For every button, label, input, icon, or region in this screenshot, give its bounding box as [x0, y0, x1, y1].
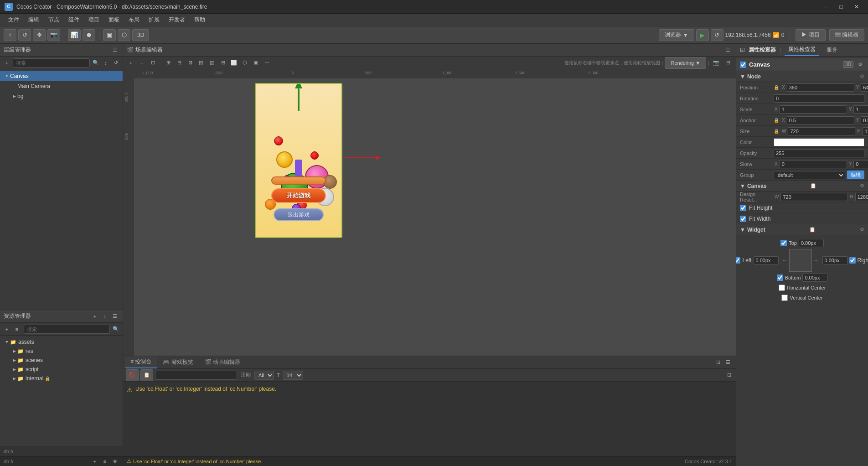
tool-stats[interactable]: 📊	[68, 29, 81, 41]
scene-tb-1[interactable]: ⊞	[163, 58, 173, 67]
scale-y-input[interactable]	[853, 105, 868, 114]
assets-search[interactable]	[24, 325, 110, 334]
tab-animation[interactable]: 🎬 动画编辑器	[199, 357, 246, 368]
close-button[interactable]: ✕	[850, 2, 863, 11]
editor-button[interactable]: ▤ 编辑器	[829, 29, 864, 41]
inspector-checkbox[interactable]: ☑	[740, 47, 745, 53]
hierarchy-sort-icon[interactable]: ↕	[102, 59, 110, 67]
tool-hex[interactable]: ⬡	[118, 29, 130, 41]
status-icon-3[interactable]: 👁	[111, 457, 119, 466]
tree-item-maincamera[interactable]: Main Camera	[0, 81, 123, 91]
right-checkbox[interactable]	[849, 257, 856, 264]
tool-camera[interactable]: 📷	[47, 29, 60, 41]
status-icon-2[interactable]: ≡	[101, 457, 109, 466]
color-swatch[interactable]	[774, 138, 864, 146]
scene-tb-5[interactable]: ▥	[207, 58, 217, 67]
inspector-tab-service[interactable]: 服务	[823, 44, 841, 56]
left-value[interactable]	[754, 256, 779, 264]
menu-file[interactable]: 文件	[4, 14, 24, 26]
scene-tb-9[interactable]: ▣	[251, 58, 261, 67]
console-fontsize-select[interactable]: 14	[283, 371, 303, 380]
console-scroll-icon[interactable]: ⊡	[725, 371, 733, 379]
exit-game-button[interactable]: 退出游戏	[274, 208, 324, 221]
canvas-active-checkbox[interactable]	[740, 62, 746, 68]
anchor-y-input[interactable]	[861, 116, 868, 124]
tool-3d-toggle[interactable]: 3D	[132, 29, 149, 41]
maximize-button[interactable]: □	[834, 2, 848, 11]
scene-zoom-in[interactable]: +	[126, 58, 136, 67]
hierarchy-refresh-icon[interactable]: ↺	[112, 59, 120, 67]
canvas-section-gear[interactable]: ⚙	[860, 183, 864, 189]
hierarchy-search[interactable]	[13, 58, 90, 67]
fit-width-checkbox[interactable]	[740, 216, 746, 222]
console-menu-icon[interactable]: ☰	[724, 358, 732, 367]
tree-item-bg[interactable]: ▶ bg	[0, 91, 123, 101]
scene-tb-6[interactable]: ⊞	[218, 58, 228, 67]
bottom-checkbox[interactable]	[777, 274, 783, 281]
assets-search-icon[interactable]: 🔍	[112, 325, 120, 333]
skew-x-input[interactable]	[780, 160, 847, 168]
tree-item-canvas[interactable]: ▼ Canvas	[0, 71, 123, 81]
assets-add-icon[interactable]: +	[91, 312, 99, 321]
scene-menu-icon[interactable]: ☰	[724, 46, 732, 54]
console-expand-icon[interactable]: ⊡	[714, 358, 722, 367]
assets-list-icon[interactable]: ≡	[13, 325, 21, 333]
browser-dropdown[interactable]: 浏览器 ▼	[659, 29, 694, 41]
menu-node[interactable]: 节点	[44, 14, 64, 26]
menu-panel[interactable]: 面板	[104, 14, 124, 26]
scene-tb-2[interactable]: ⊟	[174, 58, 184, 67]
scene-tb-10[interactable]: ⊹	[262, 58, 272, 67]
widget-section-header[interactable]: ▼ Widget 📋 ⚙	[736, 224, 868, 235]
opacity-input[interactable]	[774, 149, 864, 157]
start-game-button[interactable]: 开始游戏	[271, 188, 326, 203]
horiz-center-checkbox[interactable]	[779, 285, 785, 291]
anchor-x-input[interactable]	[787, 116, 854, 124]
tool-record[interactable]: ⏺	[83, 29, 95, 41]
bottom-value[interactable]	[802, 274, 827, 282]
scene-tb-3[interactable]: ⊠	[185, 58, 195, 67]
hierarchy-search-icon[interactable]: 🔍	[92, 59, 100, 67]
tool-select-rect[interactable]: ▣	[103, 29, 116, 41]
vert-center-checkbox[interactable]	[781, 295, 788, 301]
rendering-btn[interactable]: Rendering ▼	[665, 57, 706, 69]
assets-menu-icon[interactable]: ☰	[111, 312, 119, 321]
top-value[interactable]	[799, 239, 824, 247]
scene-zoom-out[interactable]: −	[137, 58, 147, 67]
asset-item-assets[interactable]: ▼ 📁 assets	[0, 337, 123, 347]
canvas-section-copy-icon[interactable]: 📋	[810, 183, 816, 189]
scene-tb-8[interactable]: ⬡	[240, 58, 250, 67]
menu-help[interactable]: 帮助	[190, 14, 210, 26]
design-w-input[interactable]	[780, 193, 848, 201]
scene-zoom-fit[interactable]: ⊡	[148, 58, 158, 67]
position-y-input[interactable]	[861, 83, 868, 92]
console-copy-btn[interactable]: 📋	[140, 369, 153, 381]
size-lock-icon[interactable]: 🔒	[774, 129, 779, 134]
tool-move[interactable]: ✥	[33, 29, 46, 41]
assets-sort-icon[interactable]: ↕	[101, 312, 109, 321]
group-edit-btn[interactable]: 编辑	[847, 171, 864, 179]
tab-game-preview[interactable]: 🎮 游戏预览	[157, 357, 199, 368]
position-x-input[interactable]	[787, 83, 854, 92]
scene-tb-7[interactable]: ⬜	[229, 58, 239, 67]
menu-project[interactable]: 项目	[84, 14, 104, 26]
tab-console[interactable]: ≡ 控制台	[125, 357, 157, 368]
asset-item-internal[interactable]: ▶ 📁 internal 🔒	[0, 374, 123, 383]
position-lock-icon[interactable]: 🔒	[774, 85, 779, 90]
widget-section-gear[interactable]: ⚙	[860, 227, 864, 233]
skew-y-input[interactable]	[853, 160, 868, 168]
status-icon-1[interactable]: +	[91, 457, 99, 466]
top-checkbox[interactable]	[780, 240, 787, 246]
asset-item-script[interactable]: ▶ 📁 script	[0, 365, 123, 374]
menu-edit[interactable]: 编辑	[24, 14, 44, 26]
tool-refresh[interactable]: ↺	[18, 29, 31, 41]
hierarchy-add-icon[interactable]: +	[3, 59, 11, 67]
menu-extend[interactable]: 扩展	[144, 14, 164, 26]
console-clear-btn[interactable]: 🚫	[126, 369, 139, 381]
project-button[interactable]: ▶ 项目	[796, 29, 825, 41]
canvas-section-header[interactable]: ▼ Canvas 📋 ⚙	[736, 181, 868, 192]
scene-tb-4[interactable]: ▤	[196, 58, 206, 67]
rotation-input[interactable]	[774, 94, 864, 103]
design-h-input[interactable]	[855, 193, 868, 201]
left-checkbox[interactable]	[736, 257, 740, 264]
anchor-lock-icon[interactable]: 🔒	[774, 118, 779, 123]
